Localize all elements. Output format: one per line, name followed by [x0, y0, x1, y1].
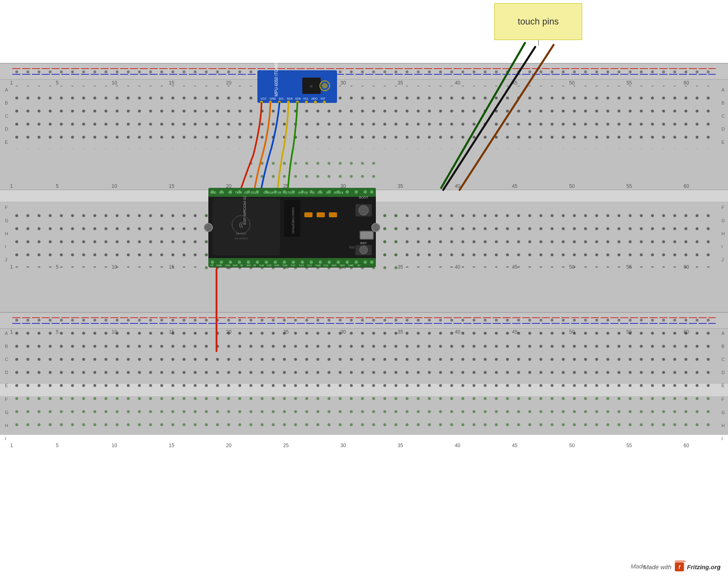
svg-point-234	[229, 261, 232, 264]
svg-rect-207	[360, 232, 373, 239]
svg-text:F: F	[5, 397, 8, 402]
svg-rect-202	[329, 212, 337, 217]
svg-text:35: 35	[397, 80, 403, 86]
svg-text:60: 60	[683, 264, 689, 270]
svg-text:E: E	[5, 383, 8, 388]
svg-text:D: D	[721, 127, 725, 131]
svg-text:45: 45	[512, 264, 518, 270]
svg-text:15: 15	[169, 80, 174, 86]
svg-text:20: 20	[226, 183, 232, 189]
svg-rect-126	[10, 330, 717, 393]
fritzing-logo-svg: f	[675, 562, 684, 571]
svg-point-239	[274, 261, 277, 264]
svg-text:H: H	[721, 423, 725, 428]
fritzing-domain: Fritzing.org	[687, 564, 721, 570]
svg-text:G30AC726ESPROO: G30AC726ESPROO	[292, 207, 295, 234]
svg-text:SCL: SCL	[279, 97, 284, 100]
svg-text:G12: G12	[307, 264, 312, 267]
svg-text:CMD: CMD	[348, 264, 354, 267]
svg-text:E: E	[721, 383, 724, 388]
svg-point-204	[359, 205, 368, 215]
svg-text:ESP-WROOM-32: ESP-WROOM-32	[243, 196, 247, 225]
svg-text:G21NI: G21NI	[251, 191, 259, 194]
svg-text:1: 1	[10, 329, 13, 335]
svg-point-237	[256, 261, 259, 264]
svg-rect-17	[0, 384, 728, 396]
svg-text:60: 60	[683, 80, 689, 86]
svg-text:50: 50	[569, 183, 575, 189]
fritzing-branding: Made with f Fritzing.org	[643, 562, 721, 571]
svg-text:D3S: D3S	[226, 264, 230, 267]
svg-point-250	[370, 261, 373, 264]
svg-text:C: C	[721, 114, 725, 118]
svg-point-249	[364, 261, 367, 264]
svg-text:G5: G5	[278, 191, 281, 194]
svg-point-149	[287, 101, 290, 104]
svg-point-153	[323, 101, 326, 104]
svg-text:D2: D2	[244, 191, 248, 194]
svg-text:10: 10	[112, 183, 117, 189]
svg-text:SDI: SDI	[326, 191, 331, 194]
svg-text:1: 1	[10, 264, 13, 270]
svg-text:55: 55	[626, 183, 632, 189]
svg-rect-0	[0, 63, 728, 435]
svg-point-151	[305, 101, 308, 104]
svg-text:40: 40	[455, 183, 460, 189]
svg-point-240	[283, 261, 286, 264]
svg-rect-198	[284, 200, 300, 237]
svg-text:55: 55	[626, 329, 632, 335]
svg-rect-127	[10, 396, 717, 435]
svg-text:G32: G32	[259, 264, 264, 267]
svg-text:25: 25	[283, 183, 289, 189]
svg-rect-1	[0, 63, 728, 80]
svg-text:G19G18: G19G18	[264, 191, 274, 194]
svg-text:25: 25	[283, 329, 289, 335]
svg-rect-128	[10, 65, 717, 78]
svg-text:B: B	[721, 100, 724, 105]
svg-point-180	[274, 190, 277, 194]
svg-point-152	[314, 101, 317, 104]
svg-rect-7	[0, 190, 728, 202]
svg-point-246	[337, 261, 340, 264]
svg-text:5: 5	[56, 264, 59, 270]
svg-text:45: 45	[512, 329, 518, 335]
svg-point-136	[320, 81, 330, 91]
svg-point-173	[211, 190, 214, 194]
svg-point-247	[346, 261, 349, 264]
svg-rect-11	[0, 312, 728, 329]
svg-text:5V: 5V	[357, 264, 360, 267]
svg-text:G14: G14	[299, 264, 304, 267]
svg-text:5: 5	[56, 80, 59, 86]
svg-text:H: H	[721, 231, 725, 236]
svg-point-176	[238, 190, 241, 194]
svg-text:35: 35	[397, 264, 403, 270]
svg-text:((: ((	[239, 221, 243, 228]
svg-text:60: 60	[683, 183, 689, 189]
svg-point-137	[322, 83, 328, 89]
svg-rect-134	[302, 78, 321, 94]
svg-point-178	[256, 190, 259, 194]
svg-point-190	[364, 190, 367, 194]
svg-text:A: A	[721, 87, 725, 92]
svg-text:G: G	[5, 218, 9, 223]
svg-point-148	[278, 101, 281, 104]
svg-text:F: F	[721, 205, 724, 210]
svg-rect-192	[212, 198, 280, 255]
svg-text:V5: V5	[210, 264, 214, 267]
svg-point-179	[265, 190, 268, 194]
svg-rect-6	[0, 80, 728, 190]
svg-text:60: 60	[683, 329, 689, 335]
svg-text:D: D	[5, 127, 8, 131]
svg-point-146	[260, 101, 263, 104]
svg-text:25: 25	[283, 264, 289, 270]
svg-text:55: 55	[626, 264, 632, 270]
svg-text:G11: G11	[349, 246, 355, 249]
svg-text:35: 35	[240, 264, 243, 267]
svg-text:15: 15	[169, 183, 174, 189]
svg-text:H: H	[5, 423, 8, 428]
svg-point-244	[319, 261, 322, 264]
svg-text:XDA: XDA	[295, 97, 301, 100]
svg-text:SD3: SD3	[340, 264, 345, 267]
svg-point-235	[238, 261, 241, 264]
svg-text:G0: G0	[304, 191, 308, 194]
